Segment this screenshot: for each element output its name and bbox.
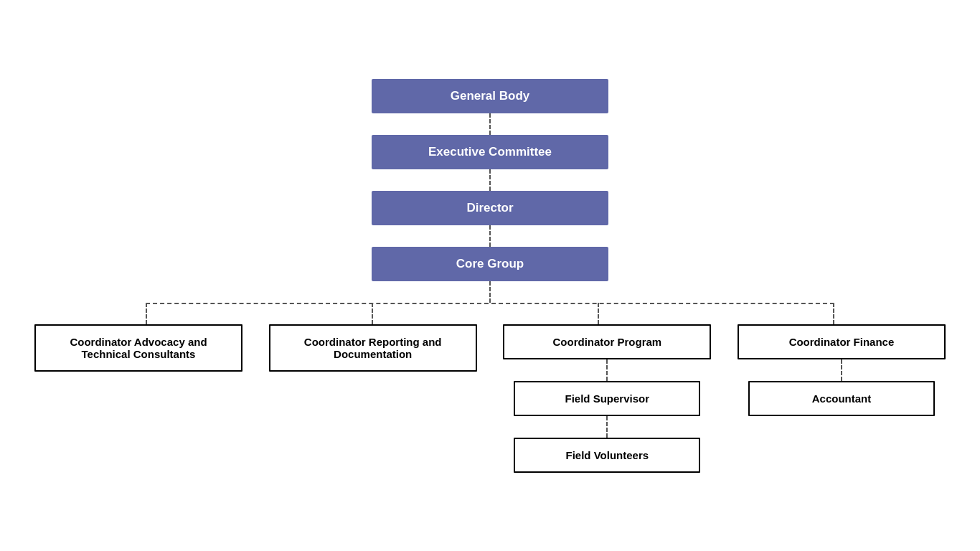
top-chain: General Body Executive Committee Directo… bbox=[372, 79, 608, 303]
director-box: Director bbox=[372, 191, 608, 225]
org-chart: General Body Executive Committee Directo… bbox=[0, 65, 980, 487]
coord-reporting-box: Coordinator Reporting and Documentation bbox=[269, 324, 477, 372]
line-cg-branch bbox=[489, 281, 491, 303]
accountant-label: Accountant bbox=[812, 392, 872, 405]
coord-advocacy-box: Coordinator Advocacy and Technical Consu… bbox=[34, 324, 242, 372]
drop-2 bbox=[372, 303, 373, 324]
executive-committee-label: Executive Committee bbox=[428, 145, 552, 159]
coord-finance-label: Coordinator Finance bbox=[789, 336, 895, 348]
col-advocacy: Coordinator Advocacy and Technical Consu… bbox=[31, 324, 246, 372]
core-group-label: Core Group bbox=[456, 257, 524, 270]
field-supervisor-box: Field Supervisor bbox=[514, 381, 700, 416]
general-body-box: General Body bbox=[372, 79, 608, 113]
coord-program-label: Coordinator Program bbox=[552, 336, 661, 348]
field-volunteers-label: Field Volunteers bbox=[566, 449, 649, 461]
line-prog-fs bbox=[606, 359, 608, 381]
line-ec-dir bbox=[489, 169, 491, 191]
line-dir-cg bbox=[489, 225, 491, 247]
coord-reporting-label: Coordinator Reporting and Documentation bbox=[304, 336, 442, 360]
executive-committee-box: Executive Committee bbox=[372, 135, 608, 169]
drop-4 bbox=[833, 303, 834, 324]
general-body-label: General Body bbox=[451, 89, 530, 103]
line-fin-acc bbox=[841, 359, 842, 381]
col-reporting: Coordinator Reporting and Documentation bbox=[265, 324, 481, 372]
coordinator-row: Coordinator Advocacy and Technical Consu… bbox=[31, 324, 949, 473]
accountant-box: Accountant bbox=[748, 381, 935, 416]
coord-program-box: Coordinator Program bbox=[503, 324, 711, 359]
col-program: Coordinator Program Field Supervisor Fie… bbox=[499, 324, 715, 473]
col-finance: Coordinator Finance Accountant bbox=[734, 324, 949, 416]
coord-finance-box: Coordinator Finance bbox=[738, 324, 946, 359]
field-supervisor-label: Field Supervisor bbox=[565, 392, 650, 405]
director-label: Director bbox=[466, 201, 513, 215]
drop-1 bbox=[146, 303, 147, 324]
line-fs-fv bbox=[606, 416, 608, 438]
coord-advocacy-label: Coordinator Advocacy and Technical Consu… bbox=[70, 336, 207, 360]
line-gb-ec bbox=[489, 113, 491, 135]
branch-line bbox=[31, 303, 949, 324]
drop-3 bbox=[598, 303, 599, 324]
field-volunteers-box: Field Volunteers bbox=[514, 438, 700, 473]
core-group-box: Core Group bbox=[372, 247, 608, 281]
